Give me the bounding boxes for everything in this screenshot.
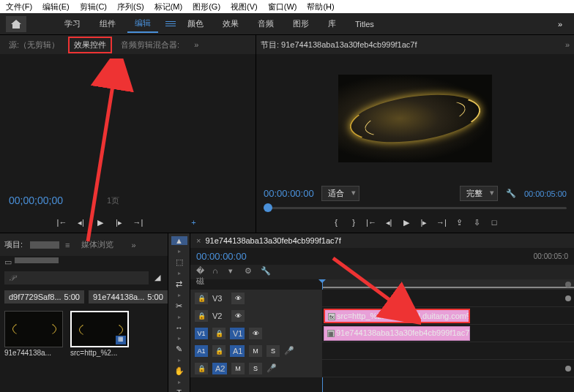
program-title[interactable]: 节目: 91e744138aba13a30feb4cb999f1ac7f [261, 39, 417, 50]
tab-source[interactable]: 源:（无剪辑） [3, 37, 65, 53]
ripple-tool[interactable]: ⇄ [171, 279, 187, 289]
clip-v2[interactable]: fxsrc=http_%2F%2Fb-ssl.duitang.com%2Fu [324, 309, 470, 323]
workspace-graphics[interactable]: 图形 [286, 15, 316, 32]
workspace-learn[interactable]: 学习 [57, 15, 88, 32]
fx-badge-icon: fx [328, 313, 335, 320]
time-ruler[interactable] [322, 279, 574, 290]
razor-tool[interactable]: ✂ [171, 301, 187, 311]
workspace-lib[interactable]: 库 [321, 15, 343, 32]
menu-file[interactable]: 文件(F) [6, 1, 32, 12]
menu-window[interactable]: 窗口(W) [268, 1, 297, 12]
workspace-color[interactable]: 颜色 [180, 15, 211, 32]
snap-icon[interactable]: �磁 [196, 266, 208, 278]
project-item[interactable]: ▦ src=http_%2... [70, 311, 129, 357]
workspace-audio[interactable]: 音频 [250, 15, 281, 32]
menu-view[interactable]: 视图(V) [231, 1, 258, 12]
bin-item[interactable]: d9f7729Saf8...5:00 [4, 290, 84, 304]
tab-media-browser[interactable]: 媒体浏览 [75, 236, 119, 253]
mark-out-icon[interactable]: } [348, 216, 359, 228]
go-in-icon[interactable]: |← [365, 216, 377, 228]
source-patch[interactable]: V1 [195, 328, 208, 339]
pen-tool[interactable]: ✎ [171, 344, 187, 354]
menu-help[interactable]: 帮助(H) [307, 1, 334, 12]
search-input[interactable] [4, 271, 149, 284]
thumb-label: src=http_%2... [70, 347, 129, 357]
eye-icon[interactable]: 👁 [231, 310, 245, 322]
mark-out-icon[interactable]: →| [133, 216, 144, 228]
step-back-icon[interactable]: ◂| [75, 216, 87, 228]
workspace-more[interactable]: » [552, 17, 568, 31]
add-marker-icon[interactable]: + [188, 216, 200, 228]
sequence-tab[interactable]: 91e744138aba13a30feb4cb999f1ac7f [205, 236, 340, 245]
menu-clip[interactable]: 剪辑(C) [80, 1, 107, 12]
solo-button[interactable]: S [266, 345, 280, 357]
lock-icon[interactable]: 🔒 [212, 345, 225, 357]
bin-icon[interactable]: ▭ [4, 257, 12, 267]
mic-icon[interactable]: 🎤 [266, 363, 277, 373]
slip-tool[interactable]: ↔ [171, 323, 187, 332]
workspace-assembly[interactable]: 组件 [92, 15, 123, 32]
extract-icon[interactable]: ⇩ [471, 216, 482, 228]
tab-project[interactable]: 项目: [4, 239, 23, 250]
source-timecode[interactable]: 00;00;00;00 [9, 195, 63, 206]
mark-in-icon[interactable]: |← [56, 216, 68, 228]
track-select-tool[interactable]: ⬚ [171, 257, 187, 267]
lift-icon[interactable]: ⇪ [453, 216, 465, 228]
home-button[interactable] [6, 16, 26, 32]
tab-project-more[interactable]: » [125, 238, 141, 252]
workspace-effects[interactable]: 效果 [215, 15, 246, 32]
workspace-menu-icon[interactable] [165, 21, 176, 26]
zoom-dropdown[interactable]: 适合 [321, 186, 359, 201]
eye-icon[interactable]: 👁 [249, 328, 262, 339]
menu-mark[interactable]: 标记(M) [154, 1, 183, 12]
menu-sequence[interactable]: 序列(S) [117, 1, 144, 12]
track-a1: A1🔒A1MS🎤 [190, 342, 574, 360]
source-patch[interactable]: A1 [195, 345, 208, 357]
project-item[interactable]: 91e744138a... [4, 311, 63, 357]
workspace-edit[interactable]: 编辑 [127, 15, 158, 33]
resolution-dropdown[interactable]: 完整 [460, 186, 498, 201]
link-icon[interactable]: ∩ [212, 266, 224, 278]
selection-tool[interactable]: ▲ [171, 236, 187, 245]
lock-icon[interactable]: 🔒 [212, 328, 225, 339]
play-icon[interactable]: ▶ [400, 216, 412, 228]
mute-button[interactable]: M [249, 345, 262, 357]
tab-audio-mixer[interactable]: 音频剪辑混合器: [115, 37, 185, 53]
project-name-redacted [30, 241, 59, 249]
timeline-timecode[interactable]: 00:00:00:00 [196, 251, 247, 262]
mute-button[interactable]: M [231, 363, 245, 374]
program-tab-more[interactable]: » [565, 40, 570, 49]
solo-button[interactable]: S [249, 363, 262, 374]
export-frame-icon[interactable]: □ [488, 216, 500, 228]
lock-icon[interactable]: 🔒 [195, 363, 208, 374]
step-fwd-icon[interactable]: |▸ [113, 216, 125, 228]
eye-icon[interactable]: 👁 [231, 293, 245, 304]
wrench-icon[interactable]: 🔧 [261, 266, 272, 278]
workspace-titles[interactable]: Titles [348, 17, 381, 31]
program-monitor[interactable] [256, 54, 574, 183]
program-timecode[interactable]: 00:00:00:00 [264, 188, 314, 199]
menu-edit[interactable]: 编辑(E) [42, 1, 70, 12]
go-out-icon[interactable]: →| [436, 216, 447, 228]
hand-tool[interactable]: ✋ [171, 366, 187, 376]
bin-item[interactable]: 91e744138a...5:00 [89, 290, 168, 304]
settings-icon[interactable]: ⚙ [245, 266, 256, 278]
lock-icon[interactable]: 🔒 [195, 310, 208, 322]
filter-icon[interactable]: ◢ [152, 271, 163, 283]
clip-v1[interactable]: ▦91e744138aba13a30feb4cb999f1ac7f.jpeg [324, 326, 470, 341]
wrench-icon[interactable]: 🔧 [505, 188, 517, 200]
play-icon[interactable]: ▶ [94, 216, 106, 228]
program-scrubber[interactable] [264, 207, 567, 209]
program-panel: 节目: 91e744138aba13a30feb4cb999f1ac7f » 0… [256, 35, 574, 233]
marker-icon[interactable]: ▾ [228, 266, 240, 278]
lock-icon[interactable]: 🔒 [195, 293, 208, 304]
type-tool[interactable]: T [171, 388, 187, 392]
mark-in-icon[interactable]: { [330, 216, 342, 228]
tab-source-more[interactable]: » [188, 37, 204, 52]
ruler-end-marker [565, 282, 571, 287]
mic-icon[interactable]: 🎤 [284, 346, 294, 355]
menu-graphics[interactable]: 图形(G) [193, 1, 220, 12]
step-fwd-icon[interactable]: |▸ [418, 216, 430, 228]
step-back-icon[interactable]: ◂| [383, 216, 395, 228]
tab-effect-controls[interactable]: 效果控件 [68, 37, 112, 53]
